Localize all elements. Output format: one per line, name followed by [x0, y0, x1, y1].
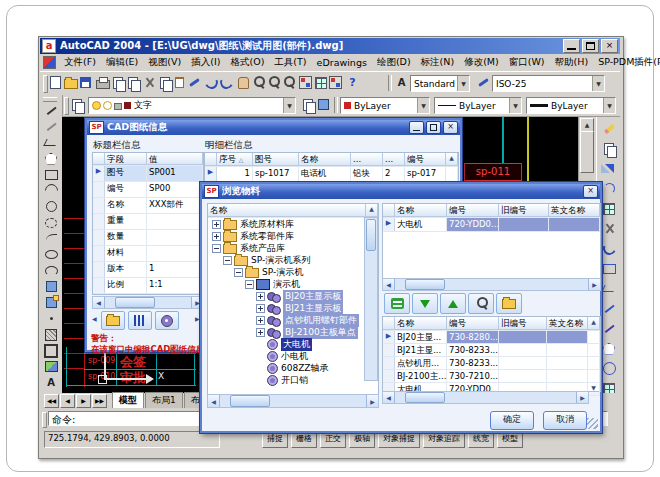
collapse-icon[interactable] — [212, 244, 221, 253]
cut-button[interactable] — [142, 75, 157, 90]
tree-item-big-motor[interactable]: 大电机 — [208, 338, 378, 350]
tab-model[interactable]: 模型 — [112, 392, 144, 408]
menu-view[interactable]: 视图(V) — [143, 55, 186, 70]
dim-style-button[interactable] — [476, 75, 491, 90]
menu-sp-pdm[interactable]: SP-PDM插件(P) — [593, 55, 660, 70]
revision-cloud-button[interactable] — [43, 215, 59, 230]
value-cell[interactable]: 1 — [147, 262, 203, 277]
scroll-right-icon[interactable]: ▶ — [588, 279, 600, 290]
line-button[interactable] — [43, 103, 59, 118]
collapse-icon[interactable] — [245, 280, 254, 289]
snap-toggle[interactable]: 捕捉 — [262, 431, 288, 448]
search-button[interactable] — [468, 293, 494, 314]
publish-button[interactable] — [125, 75, 140, 90]
layer-combo[interactable]: 文字 ▼ — [88, 97, 296, 114]
table-row[interactable]: 编号 SP00 — [93, 182, 203, 198]
col-field[interactable]: 字段 — [105, 153, 147, 165]
table-row[interactable]: ▶ BJ20主显... 730-8280... — [383, 331, 600, 344]
table-row[interactable]: 版本 1 — [93, 262, 203, 278]
menu-window[interactable]: 窗口(W) — [504, 55, 550, 70]
col-value[interactable]: 值 — [147, 153, 203, 165]
col-drawing-no[interactable]: 图号 — [253, 153, 299, 166]
table-row[interactable]: 点钞机用... 730-8233... — [383, 357, 600, 370]
otrack-toggle[interactable]: 对象追踪 — [423, 431, 465, 448]
tree-item-bj2100[interactable]: BJ-2100主板单点 — [208, 326, 378, 338]
vscroll-track[interactable] — [446, 167, 458, 181]
scroll-thumb[interactable] — [366, 219, 376, 251]
transfer-button[interactable] — [384, 293, 410, 314]
tree-item-products-lib[interactable]: 系统产品库 — [208, 242, 378, 254]
menu-insert[interactable]: 插入(I) — [186, 55, 225, 70]
scroll-left-icon[interactable]: ◀ — [92, 315, 97, 322]
scroll-left-icon[interactable]: ◀ — [383, 279, 395, 290]
vscroll-track[interactable] — [588, 331, 600, 343]
chevron-down-icon[interactable]: ▼ — [592, 76, 604, 91]
trim-button[interactable] — [601, 301, 617, 316]
menu-tools[interactable]: 工具(T) — [269, 55, 311, 70]
scroll-right-icon[interactable]: ▶ — [576, 392, 588, 403]
offset-button[interactable] — [601, 181, 617, 196]
table-row[interactable]: 名称 XXX部件 — [93, 198, 203, 214]
model-toggle[interactable]: 模型 — [497, 431, 523, 448]
open-record-button[interactable] — [101, 311, 125, 330]
undo-button[interactable] — [204, 75, 219, 90]
new-button[interactable] — [48, 75, 63, 90]
ellipse-arc-button[interactable] — [43, 263, 59, 278]
col-en-name[interactable]: 英文名称 — [547, 317, 588, 330]
col-name[interactable]: 名称 — [299, 153, 351, 166]
part-settings-button[interactable] — [155, 311, 179, 330]
table-row[interactable]: BJ-2100主... 730-7210... — [383, 370, 600, 383]
ortho-toggle[interactable]: 正交 — [320, 431, 346, 448]
tree-item-screw-parts[interactable]: 点钞机用螺钉部件 — [208, 314, 378, 326]
upload-button[interactable] — [440, 293, 466, 314]
table-row[interactable]: ▶ 图号 SP001 — [93, 166, 203, 182]
value-cell[interactable] — [147, 214, 203, 229]
collapse-icon[interactable] — [234, 268, 243, 277]
dialog-close-button[interactable]: × — [443, 121, 458, 134]
open-button[interactable] — [63, 75, 78, 90]
selected-parts-hscrollbar[interactable]: ◀ ▶ — [382, 391, 589, 404]
chevron-down-icon[interactable]: ▼ — [457, 76, 469, 91]
value-cell[interactable]: SP001 — [147, 166, 203, 181]
tab-layout1[interactable]: 布局1 — [145, 392, 183, 408]
scroll-up-icon[interactable]: ▲ — [588, 317, 600, 330]
dim-style-combo[interactable]: ISO-25 ▼ — [492, 75, 605, 92]
cancel-button[interactable]: 取消 — [543, 411, 587, 430]
tree-hscrollbar[interactable]: ◀ ▶ — [207, 394, 379, 408]
menu-modify[interactable]: 修改(M) — [459, 55, 504, 70]
value-cell[interactable] — [147, 246, 203, 261]
maximize-button[interactable] — [582, 39, 599, 53]
table-row[interactable]: 数量 — [93, 230, 203, 246]
chevron-down-icon[interactable]: ▼ — [509, 98, 521, 113]
col-code[interactable]: 编号 — [447, 204, 499, 217]
scroll-thumb[interactable] — [405, 392, 445, 403]
chevron-down-icon[interactable]: ▼ — [417, 98, 429, 113]
polygon-button[interactable] — [43, 151, 59, 166]
tab-prev-button[interactable]: ◀ — [60, 394, 75, 408]
linetype-combo[interactable]: ByLayer ▼ — [434, 97, 522, 114]
construction-line-button[interactable] — [43, 119, 59, 134]
point-button[interactable] — [43, 311, 59, 326]
col-material[interactable]: ... — [351, 153, 383, 166]
copy-button[interactable] — [601, 141, 617, 156]
help-button[interactable]: ? — [345, 75, 360, 90]
command-grip[interactable] — [42, 412, 47, 428]
save-button[interactable] — [78, 75, 93, 90]
expand-icon[interactable] — [212, 232, 221, 241]
scroll-up-icon[interactable]: ▲ — [366, 204, 378, 217]
scroll-left-icon[interactable]: ◀ — [208, 395, 220, 407]
menu-draw[interactable]: 绘图(D) — [372, 55, 416, 70]
copy-clip-button[interactable] — [157, 75, 172, 90]
close-button[interactable]: × — [601, 39, 618, 53]
layer-manager-button[interactable] — [69, 97, 84, 112]
resize-grip[interactable] — [587, 418, 598, 429]
menu-format[interactable]: 格式(O) — [225, 55, 269, 70]
erase-button[interactable] — [601, 121, 617, 136]
scroll-right-icon[interactable]: ▶ — [195, 315, 200, 322]
tree-item-bj20[interactable]: BJ20主显示板 — [208, 290, 378, 302]
scroll-thumb[interactable] — [405, 279, 445, 290]
table-row[interactable]: 重量 — [93, 214, 203, 230]
col-seq[interactable]: 序号 △ — [217, 153, 253, 166]
menu-edrawings[interactable]: eDrawings — [312, 56, 372, 69]
expand-icon[interactable] — [256, 328, 265, 337]
